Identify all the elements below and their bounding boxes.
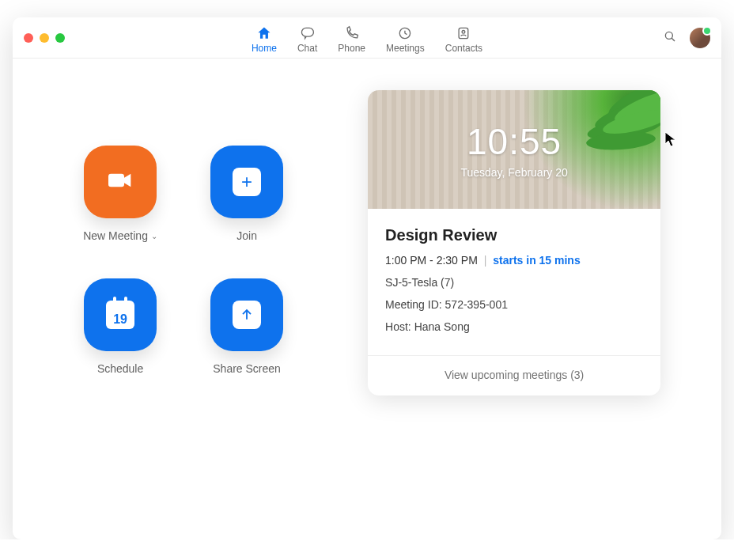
svg-point-12 [601, 105, 660, 139]
view-upcoming-link[interactable]: View upcoming meetings (3) [368, 355, 660, 395]
nav-home[interactable]: Home [252, 22, 277, 54]
search-icon[interactable] [663, 29, 677, 47]
calendar-icon: 19 [106, 301, 134, 329]
meeting-id: Meeting ID: 572-395-001 [385, 298, 643, 311]
meeting-starts-in: starts in 15 mins [493, 254, 581, 267]
clock-time: 10:55 [467, 120, 562, 163]
card-body: Design Review 1:00 PM - 2:30 PM | starts… [368, 209, 660, 355]
right-pane: 10:55 Tuesday, February 20 Design Review… [339, 59, 721, 539]
titlebar: Home Chat Phone Meetings [13, 17, 721, 59]
tile-join: + Join [191, 146, 302, 242]
home-icon [256, 25, 272, 41]
window-controls [24, 33, 65, 43]
time-divider: | [484, 254, 487, 267]
chevron-down-icon: ⌄ [151, 232, 157, 240]
svg-point-11 [611, 90, 660, 128]
meeting-time-row: 1:00 PM - 2:30 PM | starts in 15 mins [385, 254, 643, 267]
action-tiles: New Meeting ⌄ + Join 19 Schedule [13, 59, 339, 539]
svg-line-5 [672, 38, 675, 41]
leaves-decoration [550, 90, 660, 169]
view-upcoming-label: View upcoming meetings (3) [445, 369, 584, 381]
svg-point-3 [463, 30, 466, 33]
phone-icon [344, 25, 360, 41]
nav-chat[interactable]: Chat [297, 22, 317, 54]
plus-icon: + [233, 168, 261, 196]
new-meeting-label: New Meeting [83, 229, 148, 242]
nav-home-label: Home [252, 43, 277, 54]
join-label: Join [236, 229, 257, 242]
contacts-icon [456, 25, 471, 41]
tile-share-screen: Share Screen [191, 278, 302, 375]
clock-date: Tuesday, February 20 [460, 166, 567, 179]
svg-point-7 [604, 90, 660, 125]
nav-contacts[interactable]: Contacts [445, 22, 482, 54]
main-content: New Meeting ⌄ + Join 19 Schedule [13, 59, 721, 539]
share-arrow-icon [233, 301, 261, 329]
close-window-button[interactable] [24, 33, 33, 43]
svg-point-9 [586, 112, 660, 144]
schedule-button[interactable]: 19 [84, 278, 157, 351]
new-meeting-label-row[interactable]: New Meeting ⌄ [83, 229, 157, 242]
nav-contacts-label: Contacts [445, 43, 482, 54]
nav-meetings[interactable]: Meetings [386, 22, 425, 54]
nav-meetings-label: Meetings [386, 43, 425, 54]
nav-chat-label: Chat [297, 43, 317, 54]
tile-new-meeting: New Meeting ⌄ [65, 146, 176, 242]
titlebar-right [663, 28, 710, 48]
meeting-time-range: 1:00 PM - 2:30 PM [385, 254, 478, 267]
calendar-day: 19 [113, 312, 127, 327]
svg-point-8 [592, 92, 661, 136]
top-nav: Home Chat Phone Meetings [252, 17, 482, 58]
minimize-window-button[interactable] [40, 33, 49, 43]
meeting-host: Host: Hana Song [385, 320, 643, 333]
upcoming-card: 10:55 Tuesday, February 20 Design Review… [368, 90, 660, 395]
meeting-title: Design Review [385, 226, 643, 244]
nav-phone[interactable]: Phone [338, 22, 365, 54]
meeting-room: SJ-5-Tesla (7) [385, 276, 643, 289]
share-screen-button[interactable] [210, 278, 283, 351]
fullscreen-window-button[interactable] [55, 33, 65, 43]
clock-icon [397, 25, 413, 41]
join-button[interactable]: + [210, 146, 283, 218]
video-camera-icon [104, 165, 136, 199]
svg-point-4 [665, 32, 672, 39]
card-hero: 10:55 Tuesday, February 20 [368, 90, 660, 209]
share-screen-label: Share Screen [213, 362, 281, 375]
svg-point-10 [585, 130, 656, 152]
profile-avatar[interactable] [690, 28, 710, 48]
app-window: Home Chat Phone Meetings [13, 17, 721, 539]
nav-phone-label: Phone [338, 43, 365, 54]
chat-icon [300, 25, 316, 41]
new-meeting-button[interactable] [84, 146, 157, 218]
svg-rect-6 [108, 174, 124, 187]
schedule-label: Schedule [97, 362, 143, 375]
tile-schedule: 19 Schedule [65, 278, 176, 375]
svg-rect-0 [301, 28, 313, 36]
